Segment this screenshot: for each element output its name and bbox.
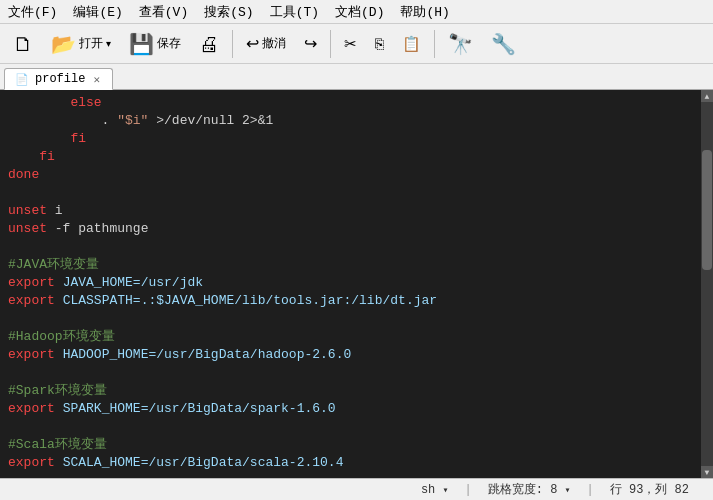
paste-button[interactable]: 📋: [395, 28, 428, 60]
tab-width-label: 跳格宽度: 8: [488, 483, 558, 497]
code-line-5: done: [8, 166, 693, 184]
save-button[interactable]: 💾 保存: [122, 28, 188, 60]
toolbar-separator-3: [434, 30, 435, 58]
code-line-21: export SCALA_HOME=/usr/BigData/scala-2.1…: [8, 454, 693, 472]
menu-docs[interactable]: 文档(D): [331, 2, 388, 22]
statusbar: sh ▾ | 跳格宽度: 8 ▾ | 行 93，列 82: [0, 478, 713, 500]
paste-icon: 📋: [402, 36, 421, 51]
redo-button[interactable]: ↪: [297, 28, 324, 60]
menu-file[interactable]: 文件(F): [4, 2, 61, 22]
new-button[interactable]: 🗋: [6, 28, 40, 60]
code-line-13: [8, 310, 693, 328]
vertical-scrollbar[interactable]: ▲ ▼: [701, 90, 713, 478]
code-line-19: [8, 418, 693, 436]
code-line-18: export SPARK_HOME=/usr/BigData/spark-1.6…: [8, 400, 693, 418]
status-sep-1: |: [465, 483, 472, 497]
undo-label: 撤消: [262, 35, 286, 52]
menu-search[interactable]: 搜索(S): [200, 2, 257, 22]
open-button[interactable]: 📂 打开 ▾: [44, 28, 118, 60]
menu-view[interactable]: 查看(V): [135, 2, 192, 22]
find-button[interactable]: 🔭: [441, 28, 480, 60]
scrollbar-down-arrow[interactable]: ▼: [701, 466, 713, 478]
code-line-16: [8, 364, 693, 382]
toolbar-separator-2: [330, 30, 331, 58]
undo-icon: ↩: [246, 36, 259, 52]
menu-help[interactable]: 帮助(H): [396, 2, 453, 22]
filetype-indicator[interactable]: sh ▾: [421, 483, 449, 497]
code-line-7: unset i: [8, 202, 693, 220]
code-line-17: #Spark环境变量: [8, 382, 693, 400]
menu-edit[interactable]: 编辑(E): [69, 2, 126, 22]
code-line-15: export HADOOP_HOME=/usr/BigData/hadoop-2…: [8, 346, 693, 364]
tab-close-button[interactable]: ✕: [91, 73, 102, 86]
cut-button[interactable]: ✂: [337, 28, 364, 60]
new-icon: 🗋: [13, 34, 33, 54]
open-dropdown-icon: ▾: [106, 38, 111, 49]
menu-tools[interactable]: 工具(T): [266, 2, 323, 22]
save-icon: 💾: [129, 34, 154, 54]
redo-icon: ↪: [304, 36, 317, 52]
settings-button[interactable]: 🔧: [484, 28, 523, 60]
filetype-dropdown-icon[interactable]: ▾: [443, 485, 449, 496]
scrollbar-up-arrow[interactable]: ▲: [701, 90, 713, 102]
menubar: 文件(F) 编辑(E) 查看(V) 搜索(S) 工具(T) 文档(D) 帮助(H…: [0, 0, 713, 24]
find-icon: 🔭: [448, 34, 473, 54]
code-line-6: [8, 184, 693, 202]
code-line-4: fi: [8, 148, 693, 166]
tabbar: 📄 profile ✕: [0, 64, 713, 90]
code-line-14: #Hadoop环境变量: [8, 328, 693, 346]
open-label: 打开: [79, 35, 103, 52]
code-line-11: export JAVA_HOME=/usr/jdk: [8, 274, 693, 292]
tab-profile[interactable]: 📄 profile ✕: [4, 68, 113, 90]
editor-content[interactable]: else . "$i" >/dev/null 2>&1 fi fidone un…: [0, 90, 701, 478]
editor-container: else . "$i" >/dev/null 2>&1 fi fidone un…: [0, 90, 713, 478]
tab-width-dropdown-icon[interactable]: ▾: [565, 485, 571, 496]
tab-label: profile: [35, 72, 85, 86]
code-line-12: export CLASSPATH=.:$JAVA_HOME/lib/tools.…: [8, 292, 693, 310]
code-line-9: [8, 238, 693, 256]
code-line-10: #JAVA环境变量: [8, 256, 693, 274]
tab-width-indicator[interactable]: 跳格宽度: 8 ▾: [488, 481, 571, 498]
toolbar: 🗋 📂 打开 ▾ 💾 保存 🖨 ↩ 撤消 ↪ ✂ ⎘ 📋 🔭 🔧: [0, 24, 713, 64]
code-line-3: fi: [8, 130, 693, 148]
filetype-label: sh: [421, 483, 435, 497]
copy-button[interactable]: ⎘: [368, 28, 391, 60]
print-icon: 🖨: [199, 34, 219, 54]
tab-file-icon: 📄: [15, 73, 29, 86]
cut-icon: ✂: [344, 36, 357, 51]
code-line-1: else: [8, 94, 693, 112]
toolbar-separator-1: [232, 30, 233, 58]
status-sep-2: |: [587, 483, 594, 497]
cursor-position: 行 93，列 82: [610, 481, 689, 498]
settings-icon: 🔧: [491, 34, 516, 54]
copy-icon: ⎘: [375, 36, 384, 51]
open-icon: 📂: [51, 34, 76, 54]
undo-button[interactable]: ↩ 撤消: [239, 28, 293, 60]
scrollbar-thumb[interactable]: [702, 150, 712, 270]
save-label: 保存: [157, 35, 181, 52]
code-line-8: unset -f pathmunge: [8, 220, 693, 238]
code-line-2: . "$i" >/dev/null 2>&1: [8, 112, 693, 130]
code-line-20: #Scala环境变量: [8, 436, 693, 454]
print-button[interactable]: 🖨: [192, 28, 226, 60]
